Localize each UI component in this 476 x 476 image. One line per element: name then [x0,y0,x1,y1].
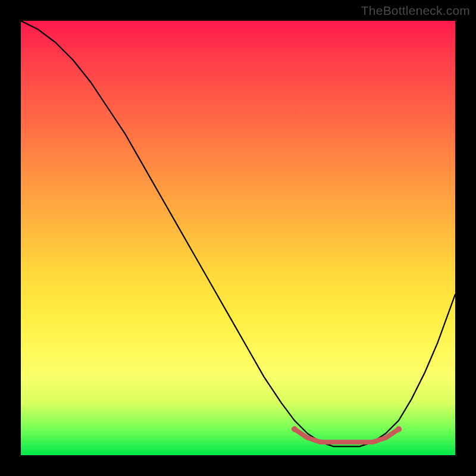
chart-plot-area [21,21,455,455]
optimal-range-end-left [292,426,298,432]
optimal-range-end-right [396,426,402,432]
chart-svg [21,21,455,455]
chart-frame: TheBottleneck.com [0,0,476,476]
watermark-text: TheBottleneck.com [361,4,470,18]
bottleneck-curve [21,21,455,446]
